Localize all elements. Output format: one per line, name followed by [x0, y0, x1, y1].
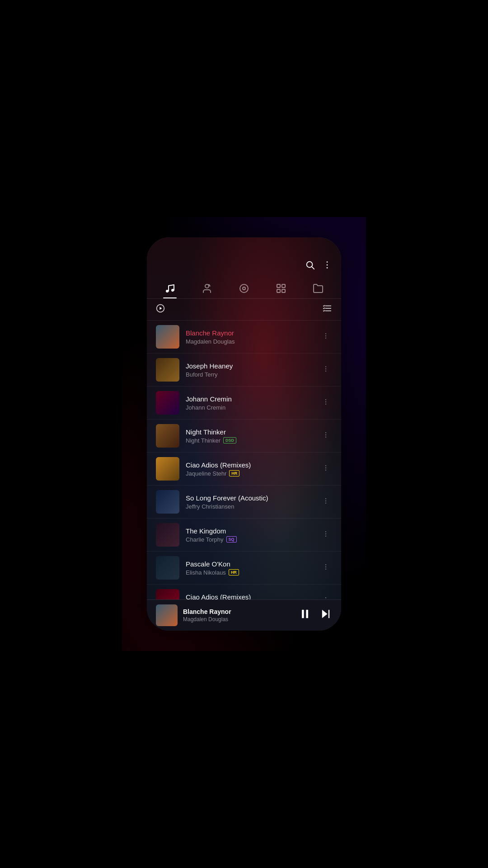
- svg-point-31: [325, 465, 326, 466]
- song-item-6[interactable]: So Long Forever (Acoustic)Jeffry Christi…: [147, 486, 341, 519]
- song-badge-7: SQ: [226, 536, 237, 542]
- song-more-button-1[interactable]: [319, 330, 332, 344]
- song-thumb-9: [156, 589, 179, 599]
- svg-marker-15: [160, 307, 162, 310]
- svg-point-36: [325, 502, 326, 503]
- song-badge-5: HR: [229, 470, 239, 476]
- pause-button[interactable]: [299, 608, 311, 623]
- svg-point-7: [205, 284, 209, 288]
- svg-rect-11: [282, 284, 285, 288]
- svg-point-43: [325, 597, 326, 598]
- tab-playlist[interactable]: [268, 280, 294, 298]
- svg-point-21: [325, 337, 326, 338]
- play-all-row[interactable]: [147, 299, 341, 321]
- svg-point-27: [325, 403, 326, 404]
- svg-point-38: [325, 533, 326, 534]
- song-more-button-9[interactable]: [319, 594, 332, 600]
- now-playing-artist: Magdalen Douglas: [183, 616, 293, 623]
- song-more-button-3[interactable]: [319, 396, 332, 410]
- search-icon[interactable]: [305, 260, 315, 272]
- svg-point-39: [325, 535, 326, 536]
- song-item-1[interactable]: Blanche RaynorMagdalen Douglas: [147, 321, 341, 354]
- svg-point-22: [325, 366, 326, 367]
- song-more-button-5[interactable]: [319, 462, 332, 476]
- song-item-7[interactable]: The KingdomCharlie TorphySQ: [147, 519, 341, 552]
- svg-point-5: [166, 290, 169, 292]
- svg-point-9: [243, 287, 245, 290]
- song-title-9: Ciao Adios (Remixes): [186, 593, 251, 600]
- song-thumb-3: [156, 391, 179, 415]
- song-badge-8: HR: [229, 569, 239, 576]
- back-button[interactable]: [156, 264, 160, 269]
- tab-album[interactable]: [231, 280, 257, 298]
- song-item-3[interactable]: Johann CreminJohann Cremin: [147, 387, 341, 420]
- svg-point-2: [327, 261, 328, 263]
- svg-rect-10: [277, 284, 280, 288]
- svg-rect-49: [328, 609, 329, 618]
- song-artist-2: Buford Terry: [186, 371, 313, 378]
- song-thumb-2: [156, 358, 179, 382]
- header-icons: [305, 260, 332, 272]
- svg-point-35: [325, 500, 326, 501]
- svg-point-34: [325, 498, 326, 499]
- svg-point-3: [327, 264, 328, 266]
- svg-point-23: [325, 368, 326, 369]
- svg-point-6: [171, 289, 174, 292]
- song-more-button-6[interactable]: [319, 495, 332, 509]
- song-thumb-8: [156, 556, 179, 580]
- svg-point-41: [325, 566, 326, 567]
- svg-point-29: [325, 434, 326, 435]
- song-more-button-7[interactable]: [319, 528, 332, 542]
- song-thumb-6: [156, 490, 179, 514]
- svg-point-8: [240, 284, 248, 292]
- play-all-icon: [156, 304, 165, 315]
- tab-artist[interactable]: [194, 280, 220, 298]
- song-more-button-4[interactable]: [319, 429, 332, 443]
- song-title-8: Pascale O'Kon: [186, 560, 230, 568]
- svg-point-26: [325, 401, 326, 402]
- svg-rect-46: [302, 609, 304, 618]
- song-artist-7: Charlie TorphySQ: [186, 536, 313, 543]
- svg-point-40: [325, 564, 326, 565]
- song-title-2: Joseph Heaney: [186, 362, 233, 370]
- song-artist-5: Jaqueline StehrHR: [186, 470, 313, 477]
- now-playing-thumb: [156, 604, 178, 626]
- svg-point-4: [327, 267, 328, 269]
- now-playing-bar: Blanche Raynor Magdalen Douglas: [147, 599, 341, 631]
- song-more-button-8[interactable]: [319, 561, 332, 575]
- song-title-5: Ciao Adios (Remixes): [186, 461, 251, 469]
- song-artist-1: Magdalen Douglas: [186, 338, 313, 345]
- song-artist-3: Johann Cremin: [186, 404, 313, 411]
- nav-tabs: [147, 277, 341, 299]
- song-artist-8: Elisha NikolausHR: [186, 569, 313, 576]
- svg-point-28: [325, 432, 326, 433]
- svg-rect-12: [277, 289, 280, 292]
- song-title-7: The Kingdom: [186, 527, 226, 535]
- song-more-button-2[interactable]: [319, 363, 332, 377]
- svg-point-37: [325, 531, 326, 532]
- next-button[interactable]: [319, 608, 332, 623]
- svg-point-30: [325, 436, 326, 437]
- song-item-5[interactable]: Ciao Adios (Remixes)Jaqueline StehrHR: [147, 453, 341, 486]
- song-thumb-1: [156, 325, 179, 349]
- svg-point-25: [325, 399, 326, 400]
- svg-rect-13: [282, 289, 285, 292]
- song-item-8[interactable]: Pascale O'KonElisha NikolausHR: [147, 552, 341, 585]
- song-item-4[interactable]: Night ThinkerNight ThinkerDSD: [147, 420, 341, 453]
- now-playing-title: Blanche Raynor: [183, 608, 293, 615]
- song-thumb-4: [156, 424, 179, 448]
- song-title-1: Blanche Raynor: [186, 329, 234, 337]
- song-title-3: Johann Cremin: [186, 395, 232, 403]
- tab-music[interactable]: [157, 280, 183, 298]
- svg-rect-47: [306, 609, 308, 618]
- song-artist-4: Night ThinkerDSD: [186, 437, 313, 444]
- svg-marker-48: [322, 609, 328, 618]
- header: [147, 237, 341, 277]
- song-item-2[interactable]: Joseph HeaneyBuford Terry: [147, 354, 341, 387]
- svg-point-20: [325, 335, 326, 336]
- song-item-9[interactable]: Ciao Adios (Remixes)Willis Osinski: [147, 585, 341, 599]
- more-icon[interactable]: [322, 260, 332, 272]
- tab-folder[interactable]: [305, 280, 331, 298]
- sort-icon[interactable]: [322, 303, 332, 316]
- song-title-6: So Long Forever (Acoustic): [186, 494, 268, 502]
